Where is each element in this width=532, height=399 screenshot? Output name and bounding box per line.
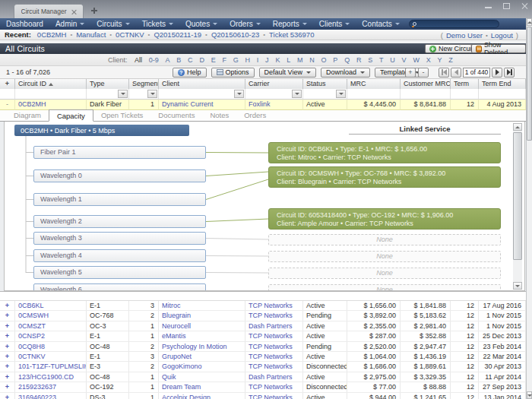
show-deleted-button[interactable]: Show Deleted <box>471 44 526 53</box>
row-expander[interactable]: + <box>0 393 15 399</box>
prev-page-button[interactable] <box>451 68 461 78</box>
page-scrollbar[interactable] <box>526 18 532 399</box>
filter-dropdown-carrier[interactable] <box>292 90 302 98</box>
client-filter-w[interactable]: W <box>413 56 420 64</box>
linked-service-box[interactable]: Circuit ID: 0CB6KL • Type: E-1 • MRC: $ … <box>268 142 501 163</box>
collapse-all-button[interactable]: - <box>418 68 429 78</box>
client-filter-a[interactable]: A <box>166 56 170 64</box>
column-header-type[interactable]: Type <box>87 79 129 90</box>
client-filter-t[interactable]: T <box>379 56 384 64</box>
cell-circuit-id[interactable]: 2159232637 <box>15 382 87 391</box>
cell-client[interactable]: Psychology In Motion <box>159 342 245 351</box>
cell-carrier[interactable]: Dash Partners <box>245 372 303 382</box>
channel-box[interactable]: Wavelength 2 <box>33 215 206 228</box>
window-close-icon[interactable] <box>521 3 528 9</box>
client-filter-v[interactable]: V <box>402 56 407 64</box>
menu-search-input[interactable] <box>409 20 499 28</box>
cell-client[interactable]: Bluegrain <box>159 311 245 320</box>
recent-link[interactable]: Manufact <box>76 30 106 39</box>
row-expander[interactable]: + <box>0 372 15 382</box>
help-button[interactable]: ? Help <box>173 68 207 78</box>
menu-item-quotes[interactable]: Quotes <box>179 20 223 28</box>
download-dropdown[interactable]: Download <box>321 68 370 78</box>
cell-carrier[interactable]: TCP Networks <box>245 342 303 351</box>
recent-link[interactable]: Q20150610-23 <box>211 30 259 39</box>
cell-carrier[interactable]: TCP Networks <box>245 352 303 361</box>
menu-item-dashboard[interactable]: Dashboard <box>0 20 49 28</box>
row-expander[interactable]: + <box>0 382 15 391</box>
cell-carrier[interactable]: Dash Partners <box>245 321 303 331</box>
client-filter-k[interactable]: K <box>275 56 280 64</box>
client-filter-j[interactable]: J <box>265 56 269 64</box>
cell-circuit-id[interactable]: 0CNSP2 <box>15 331 87 340</box>
client-filter-o[interactable]: O <box>321 56 327 64</box>
channel-box[interactable]: Wavelength 6 <box>33 283 206 291</box>
menu-item-reports[interactable]: Reports <box>267 20 313 28</box>
column-header-mrc[interactable]: MRC <box>347 79 401 90</box>
browser-tab[interactable]: Circuit Manager <box>14 4 84 18</box>
row-expander[interactable]: + <box>0 311 15 320</box>
cell-client[interactable]: Quik <box>159 372 245 382</box>
cell-client[interactable]: Mitroc <box>159 301 245 310</box>
linked-service-box[interactable]: Circuit ID: 6053418400 • Type: OC-192 • … <box>268 208 501 230</box>
row-expander[interactable]: + <box>0 331 15 340</box>
row-expander[interactable]: + <box>0 342 15 351</box>
menu-item-admin[interactable]: Admin <box>49 20 90 28</box>
new-tab-icon[interactable] <box>89 6 99 15</box>
menu-item-tickets[interactable]: Tickets <box>136 20 179 28</box>
client-filter-s[interactable]: S <box>368 56 372 64</box>
row-expander[interactable]: + <box>0 321 15 331</box>
menu-item-circuits[interactable]: Circuits <box>90 20 135 28</box>
row-expander[interactable]: - <box>0 100 15 110</box>
client-filter-0-9[interactable]: 0-9 <box>149 56 159 64</box>
scroll-down-icon[interactable] <box>527 391 532 399</box>
cell-carrier[interactable]: TCP Networks <box>245 301 303 310</box>
new-circuit-button[interactable]: New Circuit <box>425 44 478 53</box>
next-page-button[interactable] <box>492 68 502 78</box>
cell-circuit-id[interactable]: 0CTNKV <box>15 352 87 361</box>
channel-box[interactable]: Wavelength 3 <box>33 232 206 245</box>
tab-documents[interactable]: Documents <box>150 109 202 121</box>
recent-link[interactable]: Q20150211-19 <box>154 30 201 39</box>
filter-dropdown-segments[interactable] <box>147 90 157 98</box>
column-header-status[interactable]: Status <box>303 79 347 90</box>
selected-circuit-row[interactable]: -0CB2MHDark Fiber1Dynamic CurrentFoxlink… <box>0 100 526 110</box>
menu-item-orders[interactable]: Orders <box>223 20 267 28</box>
cell-carrier[interactable]: Foxlink <box>245 100 303 110</box>
first-page-button[interactable] <box>439 68 449 78</box>
cell-circuit-id[interactable]: 0CMSWH <box>15 311 87 320</box>
client-filter-l[interactable]: L <box>287 56 290 64</box>
row-expander[interactable]: + <box>0 301 15 310</box>
scrollbar-thumb[interactable] <box>513 132 522 260</box>
filter-dropdown-client[interactable] <box>234 90 244 98</box>
column-header-term[interactable]: Term <box>451 79 479 90</box>
client-filter-d[interactable]: D <box>199 56 204 64</box>
column-header-client[interactable]: Client <box>159 79 245 90</box>
row-expander[interactable]: + <box>0 352 15 361</box>
cell-carrier[interactable]: TCP Networks <box>245 362 303 371</box>
cell-circuit-id[interactable]: 123/HCG1900.CD <box>15 372 87 382</box>
cell-client[interactable]: Dynamic Current <box>159 100 245 110</box>
channel-box[interactable]: Wavelength 5 <box>33 266 206 279</box>
panel-scrollbar[interactable] <box>513 123 522 290</box>
column-header-carrier[interactable]: Carrier <box>245 79 303 90</box>
client-filter-u[interactable]: U <box>390 56 395 64</box>
cell-circuit-id[interactable]: 0CB6KL <box>15 301 87 310</box>
client-filter-all[interactable]: All <box>135 56 142 64</box>
client-filter-e[interactable]: E <box>211 56 216 64</box>
tab-capacity[interactable]: Capacity <box>49 109 93 122</box>
channel-box[interactable]: Fiber Pair 1 <box>33 146 206 159</box>
cell-client[interactable]: Accelnix Design <box>159 393 245 399</box>
channel-box[interactable]: Wavelength 1 <box>33 193 206 206</box>
client-filter-f[interactable]: F <box>222 56 226 64</box>
cell-circuit-id[interactable]: 0CQ8H8 <box>15 342 87 351</box>
client-filter-b[interactable]: B <box>176 56 181 64</box>
client-filter-g[interactable]: G <box>233 56 239 64</box>
tab-open-tickets[interactable]: Open Tickets <box>93 109 150 121</box>
client-filter-z[interactable]: Z <box>448 56 453 64</box>
cell-circuit-id[interactable]: 0CB2MH <box>15 100 87 110</box>
cell-client[interactable]: Neurocell <box>159 321 245 331</box>
close-tab-icon[interactable] <box>71 9 77 14</box>
scroll-down-icon[interactable] <box>513 282 522 290</box>
scrollbar-thumb[interactable] <box>527 27 532 141</box>
